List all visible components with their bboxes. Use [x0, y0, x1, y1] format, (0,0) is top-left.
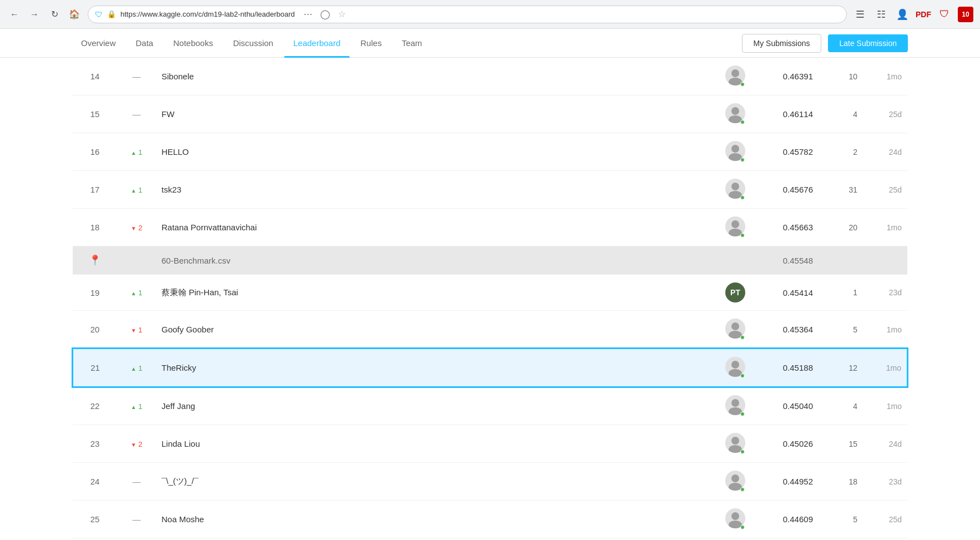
last-submission-cell: 1mo [863, 387, 907, 425]
avatar-cell [719, 311, 752, 349]
rank-change-none: — [133, 72, 141, 81]
back-button[interactable]: ← [7, 7, 22, 22]
change-cell: — [117, 501, 156, 538]
forward-button[interactable]: → [27, 7, 42, 22]
entries-cell: 1 [819, 275, 863, 311]
nav-team[interactable]: Team [393, 29, 431, 58]
lock-icon: 🔒 [107, 10, 116, 18]
rank-cell: 14 [73, 58, 117, 95]
benchmark-entries-cell [819, 246, 863, 275]
last-submission-cell: 23d [863, 275, 907, 311]
entries-cell: 15 [819, 425, 863, 463]
avatar-cell [719, 501, 752, 538]
rank-change-up: 1 [131, 364, 143, 372]
table-row: 23 2 Linda Liou 0.45026 15 24d [73, 425, 907, 463]
rank-cell: 26 [73, 538, 117, 541]
my-submissions-button[interactable]: My Submissions [742, 34, 822, 53]
rank-change-none: — [133, 477, 141, 486]
entries-cell: 61 [819, 538, 863, 541]
svg-point-1 [731, 69, 739, 77]
star-icon[interactable]: ☆ [338, 9, 346, 19]
score-cell: 0.45782 [752, 133, 819, 171]
benchmark-score: 0.45548 [752, 246, 819, 275]
change-cell: 1 [117, 387, 156, 425]
rank-change-none: — [133, 109, 141, 119]
refresh-button[interactable]: ↻ [47, 7, 62, 22]
avatar-wrapper: PT [725, 282, 745, 302]
change-cell: 1 [117, 349, 156, 387]
team-name-cell: 蔡秉翰 Pin-Han, Tsai [156, 275, 719, 311]
entries-cell: 4 [819, 387, 863, 425]
late-submission-button[interactable]: Late Submission [828, 34, 908, 52]
pdf-icon[interactable]: PDF [916, 7, 931, 22]
score-cell: 0.45663 [752, 209, 819, 246]
nav-buttons: ← → ↻ 🏠 [7, 7, 82, 22]
rank-cell: 15 [73, 95, 117, 133]
avatar-wrapper [725, 216, 745, 238]
avatar-cell [719, 349, 752, 387]
team-name-cell: TheRicky [156, 349, 719, 387]
svg-point-13 [731, 220, 739, 228]
entries-cell: 5 [819, 311, 863, 349]
rank-change-up: 1 [131, 148, 143, 157]
benchmark-avatar-cell [719, 246, 752, 275]
library-icon[interactable]: ☰ [852, 7, 868, 22]
change-cell: 1 [117, 275, 156, 311]
avatar-cell: PT [719, 275, 752, 311]
browser-chrome: ← → ↻ 🏠 🛡 🔒 https://www.kaggle.com/c/dm1… [0, 0, 980, 29]
team-name-cell: Ratana Pornvattanavichai [156, 209, 719, 246]
last-submission-cell: 25d [863, 95, 907, 133]
online-indicator [740, 335, 745, 340]
svg-point-10 [731, 183, 739, 190]
nav-rules[interactable]: Rules [352, 29, 391, 58]
team-name-cell: Sibonele [156, 58, 719, 95]
extension-icon[interactable]: 10 [958, 7, 973, 22]
pocket-icon[interactable]: ◯ [320, 9, 330, 19]
entries-cell: 2 [819, 133, 863, 171]
avatar-wrapper [725, 395, 745, 417]
avatar-cell [719, 209, 752, 246]
team-name-cell: Jeff Jang [156, 387, 719, 425]
team-name-cell: tsk23 [156, 171, 719, 209]
nav-notebooks[interactable]: Notebooks [164, 29, 222, 58]
rank-cell: 18 [73, 209, 117, 246]
address-bar[interactable]: 🛡 🔒 https://www.kaggle.com/c/dm19-lab2-n… [88, 6, 847, 23]
nav-leaderboard[interactable]: Leaderboard [284, 29, 349, 58]
account-icon[interactable]: 👤 [895, 7, 910, 22]
home-button[interactable]: 🏠 [67, 7, 82, 22]
team-name-cell: FW [156, 95, 719, 133]
more-icon[interactable]: ⋯ [304, 9, 312, 19]
nav-data[interactable]: Data [127, 29, 163, 58]
entries-cell: 4 [819, 95, 863, 133]
avatar-cell [719, 171, 752, 209]
last-submission-cell: 1mo [863, 58, 907, 95]
avatar-wrapper [725, 471, 745, 492]
reader-icon[interactable]: ☷ [873, 7, 889, 22]
team-name-cell: Noa Moshe [156, 501, 719, 538]
avatar-wrapper [725, 65, 745, 87]
change-cell: 2 [117, 209, 156, 246]
avatar-cell [719, 95, 752, 133]
online-indicator [740, 195, 745, 200]
table-row: 14 — Sibonele 0.46391 10 1mo [73, 58, 907, 95]
nav-discussion[interactable]: Discussion [224, 29, 282, 58]
shield-icon: 🛡 [95, 10, 103, 19]
change-cell: — [117, 538, 156, 541]
change-cell: — [117, 95, 156, 133]
score-cell: 0.46114 [752, 95, 819, 133]
svg-point-4 [731, 107, 739, 115]
avatar-wrapper [725, 319, 745, 340]
avatar-wrapper [725, 508, 745, 530]
table-row: 15 — FW 0.46114 4 25d [73, 95, 907, 133]
rank-change-down: 2 [131, 224, 143, 232]
svg-point-16 [731, 322, 739, 330]
last-submission-cell: 25d [863, 171, 907, 209]
online-indicator [740, 450, 745, 454]
rank-change-none: — [133, 514, 141, 524]
pin-icon: 📍 [89, 255, 101, 266]
entries-cell: 20 [819, 209, 863, 246]
shield2-icon[interactable]: 🛡 [937, 7, 952, 22]
last-submission-cell: 1mo [863, 209, 907, 246]
nav-overview[interactable]: Overview [72, 29, 125, 58]
table-row: 17 1 tsk23 0.45676 31 25d [73, 171, 907, 209]
